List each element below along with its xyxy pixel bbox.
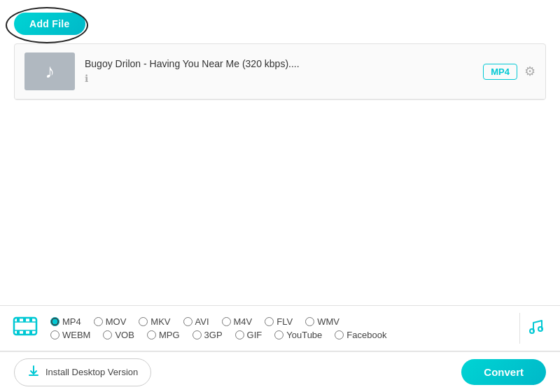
format-webm[interactable]: WEBM xyxy=(50,330,90,340)
music-note-icon: ♪ xyxy=(45,60,55,83)
top-bar: Add File xyxy=(0,0,560,43)
svg-rect-3 xyxy=(29,318,32,322)
film-icon-container xyxy=(10,313,41,344)
format-gif[interactable]: GIF xyxy=(235,330,262,340)
svg-rect-6 xyxy=(29,330,32,335)
svg-point-10 xyxy=(538,327,542,331)
format-bar: MP4 MOV MKV AVI M4V FLV WMV xyxy=(0,305,560,351)
format-mkv[interactable]: MKV xyxy=(139,316,170,327)
file-name: Bugoy Drilon - Having You Near Me (320 k… xyxy=(85,58,483,69)
file-actions: MP4 ⚙ xyxy=(483,64,536,80)
content-area xyxy=(0,100,560,240)
format-3gp[interactable]: 3GP xyxy=(192,330,223,340)
format-wmv[interactable]: WMV xyxy=(305,316,340,327)
format-facebook[interactable]: Facebook xyxy=(335,330,386,340)
format-vob[interactable]: VOB xyxy=(103,330,134,340)
format-options: MP4 MOV MKV AVI M4V FLV WMV xyxy=(50,316,512,340)
music-icon-container xyxy=(519,313,550,344)
download-icon xyxy=(27,365,40,380)
format-flv[interactable]: FLV xyxy=(265,316,293,327)
music-small-icon xyxy=(526,317,545,340)
convert-button[interactable]: Convert xyxy=(461,359,546,385)
install-desktop-button[interactable]: Install Desktop Version xyxy=(14,358,151,386)
format-mp4[interactable]: MP4 xyxy=(50,316,81,327)
svg-rect-1 xyxy=(17,318,20,322)
svg-rect-2 xyxy=(23,318,26,322)
format-mov[interactable]: MOV xyxy=(94,316,127,327)
format-row-2: WEBM VOB MPG 3GP GIF YouTube Facebook xyxy=(50,330,512,340)
file-info: Bugoy Drilon - Having You Near Me (320 k… xyxy=(85,58,483,85)
info-icon[interactable]: ℹ xyxy=(85,73,88,84)
file-item: ♪ Bugoy Drilon - Having You Near Me (320… xyxy=(15,44,545,99)
settings-icon[interactable]: ⚙ xyxy=(524,64,536,79)
svg-rect-4 xyxy=(17,330,20,335)
format-badge[interactable]: MP4 xyxy=(483,64,517,80)
file-list: ♪ Bugoy Drilon - Having You Near Me (320… xyxy=(14,43,546,100)
format-mpg[interactable]: MPG xyxy=(147,330,180,340)
format-row-1: MP4 MOV MKV AVI M4V FLV WMV xyxy=(50,316,512,327)
add-file-wrapper: Add File xyxy=(14,13,85,35)
format-avi[interactable]: AVI xyxy=(183,316,209,327)
install-label: Install Desktop Version xyxy=(46,367,138,377)
format-youtube[interactable]: YouTube xyxy=(274,330,322,340)
file-thumbnail: ♪ xyxy=(24,52,75,90)
svg-rect-5 xyxy=(23,330,26,335)
format-m4v[interactable]: M4V xyxy=(222,316,253,327)
action-bar: Install Desktop Version Convert xyxy=(0,351,560,392)
film-icon xyxy=(13,314,38,344)
add-file-button[interactable]: Add File xyxy=(14,13,85,35)
svg-point-9 xyxy=(530,329,534,333)
